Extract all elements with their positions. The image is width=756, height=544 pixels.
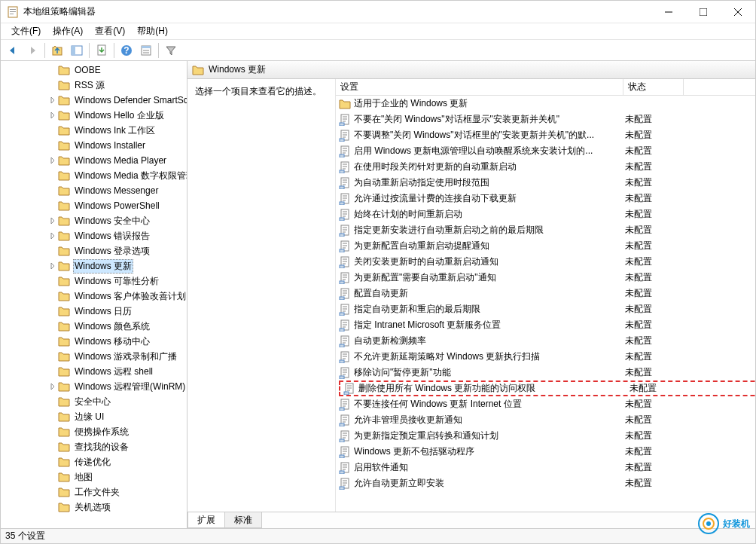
tree-node[interactable]: Windows 更新: [47, 258, 187, 274]
tree-node[interactable]: Windows Media Player: [47, 153, 187, 168]
list-row[interactable]: 为更新指定预定重启转换和通知计划未配置: [336, 428, 755, 444]
expander-empty: [47, 65, 58, 75]
list-row[interactable]: 始终在计划的时间重新启动未配置: [336, 206, 755, 222]
tree-node[interactable]: OOBE: [47, 63, 187, 78]
chevron-right-icon[interactable]: [47, 155, 58, 166]
list-row[interactable]: 允许通过按流量计费的连接自动下载更新未配置: [336, 191, 755, 206]
tree-node[interactable]: Windows 登录选项: [47, 243, 187, 258]
setting-label: 为更新配置"需要自动重新启动"通知: [354, 271, 496, 284]
tree-node[interactable]: Windows 游戏录制和广播: [47, 349, 187, 364]
folder-icon: [58, 125, 70, 136]
close-button[interactable]: [721, 1, 755, 23]
svg-rect-72: [340, 281, 344, 284]
list-row[interactable]: 启用软件通知未配置: [336, 460, 755, 475]
list-row[interactable]: 指定 Intranet Microsoft 更新服务位置未配置: [336, 317, 755, 333]
folder-icon: [58, 80, 70, 90]
list-row[interactable]: 不要在"关闭 Windows"对话框显示"安装更新并关机"未配置: [336, 112, 755, 127]
tree-node[interactable]: RSS 源: [47, 78, 187, 93]
tree-scroll[interactable]: OOBERSS 源Windows Defender SmartScreenWin…: [1, 61, 187, 528]
chevron-right-icon[interactable]: [47, 381, 58, 392]
menu-action[interactable]: 操作(A): [47, 23, 89, 39]
menu-file[interactable]: 文件(F): [5, 23, 47, 39]
tree-node[interactable]: 查找我的设备: [47, 439, 187, 454]
tab-extended[interactable]: 扩展: [187, 512, 225, 528]
chevron-right-icon[interactable]: [47, 231, 58, 241]
properties-button[interactable]: [137, 41, 155, 60]
list-row[interactable]: 指定更新安装进行自动重新启动之前的最后期限未配置: [336, 222, 755, 238]
list-row[interactable]: 关闭安装更新时的自动重新启动通知未配置: [336, 254, 755, 270]
menu-help[interactable]: 帮助(H): [131, 23, 174, 39]
list-row[interactable]: 允许自动更新立即安装未配置: [336, 475, 755, 491]
tree-node[interactable]: Windows 错误报告: [47, 228, 187, 243]
tree-node[interactable]: 关机选项: [47, 500, 187, 515]
filter-button[interactable]: [162, 41, 180, 60]
svg-rect-77: [340, 297, 344, 300]
list-row[interactable]: 自动更新检测频率未配置: [336, 333, 755, 349]
svg-rect-1: [10, 9, 16, 10]
column-setting[interactable]: 设置: [336, 79, 623, 95]
list-row[interactable]: 启用 Windows 更新电源管理以自动唤醒系统来安装计划的...未配置: [336, 143, 755, 159]
list-row[interactable]: 不允许更新延期策略对 Windows 更新执行扫描未配置: [336, 349, 755, 365]
forward-button[interactable]: [23, 41, 41, 60]
watermark: 好装机: [697, 512, 750, 535]
tree-node[interactable]: Windows Installer: [47, 138, 187, 153]
list-row[interactable]: 适用于企业的 Windows 更新: [336, 96, 755, 112]
setting-label: Windows 更新不包括驱动程序: [354, 445, 474, 458]
column-state[interactable]: 状态: [623, 79, 684, 95]
tree-node[interactable]: 边缘 UI: [47, 409, 187, 424]
list-row[interactable]: 指定自动更新和重启的最后期限未配置: [336, 301, 755, 317]
tree-node[interactable]: 工作文件夹: [47, 484, 187, 500]
tree-node[interactable]: Windows 客户体验改善计划: [47, 289, 187, 304]
setting-label: 不允许更新延期策略对 Windows 更新执行扫描: [354, 350, 540, 363]
chevron-right-icon[interactable]: [47, 215, 58, 226]
tree-node[interactable]: Windows PowerShell: [47, 198, 187, 213]
list-row[interactable]: Windows 更新不包括驱动程序未配置: [336, 444, 755, 460]
export-button[interactable]: [93, 41, 111, 60]
tree-node-label: Windows PowerShell: [73, 200, 161, 211]
tree-node[interactable]: 地图: [47, 469, 187, 484]
chevron-right-icon[interactable]: [47, 261, 58, 271]
tree-node[interactable]: 传递优化: [47, 454, 187, 469]
list-row[interactable]: 为自动重新启动指定使用时段范围未配置: [336, 175, 755, 191]
list-row[interactable]: 删除使用所有 Windows 更新功能的访问权限未配置: [339, 380, 755, 396]
tree-node[interactable]: Windows 远程 shell: [47, 364, 187, 379]
tree-node[interactable]: Windows Media 数字权限管理: [47, 168, 187, 183]
list-body[interactable]: 适用于企业的 Windows 更新不要在"关闭 Windows"对话框显示"安装…: [336, 96, 755, 512]
list-row[interactable]: 配置自动更新未配置: [336, 286, 755, 301]
minimize-button[interactable]: [651, 1, 686, 23]
list-row[interactable]: 为更新配置"需要自动重新启动"通知未配置: [336, 270, 755, 286]
tree-node[interactable]: Windows 可靠性分析: [47, 274, 187, 289]
chevron-right-icon[interactable]: [47, 110, 58, 121]
separator: [44, 43, 45, 58]
list-row[interactable]: 移除访问"暂停更新"功能未配置: [336, 365, 755, 380]
list-row[interactable]: 不要调整"关闭 Windows"对话框里的"安装更新并关机"的默...未配置: [336, 127, 755, 143]
tree-node[interactable]: Windows Hello 企业版: [47, 108, 187, 123]
menu-view[interactable]: 查看(V): [89, 23, 131, 39]
chevron-right-icon[interactable]: [47, 95, 58, 105]
tree-node[interactable]: 安全中心: [47, 394, 187, 409]
expander-empty: [47, 321, 58, 332]
maximize-button[interactable]: [686, 1, 721, 23]
tree-node[interactable]: Windows 远程管理(WinRM): [47, 379, 187, 394]
up-button[interactable]: [48, 41, 66, 60]
tree-node[interactable]: Windows Ink 工作区: [47, 123, 187, 138]
show-hide-tree-button[interactable]: [68, 41, 86, 60]
back-button[interactable]: [4, 41, 22, 60]
tree-node[interactable]: Windows 安全中心: [47, 213, 187, 228]
expander-empty: [47, 246, 58, 256]
tree-node[interactable]: Windows Messenger: [47, 183, 187, 198]
list-row[interactable]: 不要连接任何 Windows 更新 Internet 位置未配置: [336, 396, 755, 412]
help-button[interactable]: ?: [117, 41, 136, 60]
tree-node[interactable]: Windows 颜色系统: [47, 319, 187, 334]
list-row[interactable]: 为更新配置自动重新启动提醒通知未配置: [336, 238, 755, 254]
tree-node[interactable]: Windows Defender SmartScreen: [47, 93, 187, 108]
list-row[interactable]: 在使用时段关闭针对更新的自动重新启动未配置: [336, 159, 755, 175]
tree-node[interactable]: Windows 日历: [47, 304, 187, 319]
tree-node[interactable]: Windows 移动中心: [47, 334, 187, 349]
list-row[interactable]: 允许非管理员接收更新通知未配置: [336, 412, 755, 428]
tree-node-label: Windows 远程 shell: [73, 365, 154, 378]
folder-icon: [58, 472, 70, 482]
setting-label: 为更新配置自动重新启动提醒通知: [354, 240, 489, 252]
tree-node[interactable]: 便携操作系统: [47, 424, 187, 439]
tab-standard[interactable]: 标准: [224, 512, 262, 528]
